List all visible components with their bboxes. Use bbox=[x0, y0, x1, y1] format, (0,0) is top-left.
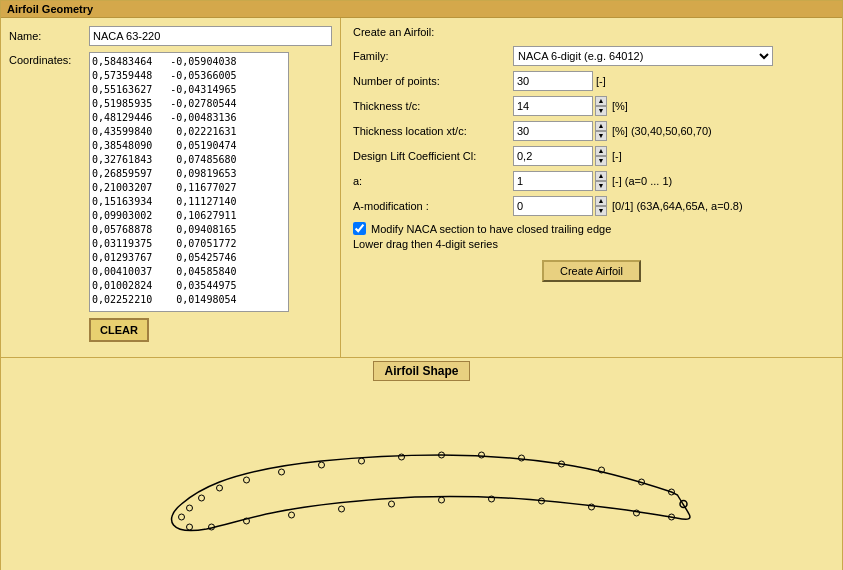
a-up-btn[interactable]: ▲ bbox=[595, 171, 607, 181]
num-points-unit: [-] bbox=[596, 75, 606, 87]
thickness-loc-up-btn[interactable]: ▲ bbox=[595, 121, 607, 131]
left-panel: Name: Coordinates: CLEAR bbox=[1, 18, 341, 357]
thickness-loc-spinner: ▲ ▼ bbox=[595, 121, 607, 141]
thickness-spinner: ▲ ▼ bbox=[595, 96, 607, 116]
thickness-row: Thickness t/c: ▲ ▼ [%] bbox=[353, 96, 830, 116]
airfoil-svg bbox=[7, 382, 836, 570]
name-row: Name: bbox=[9, 26, 332, 46]
airfoil-point bbox=[244, 477, 250, 483]
airfoil-point bbox=[589, 504, 595, 510]
a-row: a: ▲ ▼ [-] (a=0 ... 1) bbox=[353, 171, 830, 191]
thickness-loc-row: Thickness location xt/c: ▲ ▼ [%] (30,40,… bbox=[353, 121, 830, 141]
design-lift-input[interactable] bbox=[513, 146, 593, 166]
design-lift-up-btn[interactable]: ▲ bbox=[595, 146, 607, 156]
a-mod-spinner: ▲ ▼ bbox=[595, 196, 607, 216]
checkbox-row: Modify NACA section to have closed trail… bbox=[353, 222, 830, 235]
a-mod-input[interactable] bbox=[513, 196, 593, 216]
main-window: Airfoil Geometry Name: Coordinates: CLEA… bbox=[0, 0, 843, 570]
a-mod-unit: [0/1] (63A,64A,65A, a=0.8) bbox=[612, 200, 743, 212]
a-spinner: ▲ ▼ bbox=[595, 171, 607, 191]
airfoil-point bbox=[279, 469, 285, 475]
num-points-row: Number of points: [-] bbox=[353, 71, 830, 91]
airfoil-point bbox=[479, 452, 485, 458]
thickness-loc-unit: [%] (30,40,50,60,70) bbox=[612, 125, 712, 137]
coords-area: CLEAR bbox=[89, 52, 332, 342]
thickness-label: Thickness t/c: bbox=[353, 100, 513, 112]
airfoil-point bbox=[439, 497, 445, 503]
create-airfoil-button[interactable]: Create Airfoil bbox=[542, 260, 641, 282]
closed-trailing-checkbox[interactable] bbox=[353, 222, 366, 235]
family-row: Family: NACA 6-digit (e.g. 64012) NACA 4… bbox=[353, 46, 830, 66]
thickness-loc-label: Thickness location xt/c: bbox=[353, 125, 513, 137]
clear-button[interactable]: CLEAR bbox=[89, 318, 149, 342]
design-lift-row: Design Lift Coefficient Cl: ▲ ▼ [-] bbox=[353, 146, 830, 166]
airfoil-shape-label: Airfoil Shape bbox=[373, 361, 469, 381]
airfoil-point bbox=[289, 512, 295, 518]
family-label: Family: bbox=[353, 50, 513, 62]
design-lift-label: Design Lift Coefficient Cl: bbox=[353, 150, 513, 162]
info-text: Lower drag then 4-digit series bbox=[353, 238, 830, 250]
thickness-loc-down-btn[interactable]: ▼ bbox=[595, 131, 607, 141]
airfoil-point bbox=[399, 454, 405, 460]
window-title: Airfoil Geometry bbox=[7, 3, 93, 15]
create-btn-row: Create Airfoil bbox=[353, 260, 830, 282]
airfoil-point bbox=[187, 505, 193, 511]
airfoil-shape-label-container: Airfoil Shape bbox=[7, 364, 836, 378]
checkbox-label: Modify NACA section to have closed trail… bbox=[371, 223, 611, 235]
design-lift-unit: [-] bbox=[612, 150, 622, 162]
thickness-unit: [%] bbox=[612, 100, 628, 112]
airfoil-point bbox=[187, 524, 193, 530]
airfoil-point bbox=[359, 458, 365, 464]
a-mod-up-btn[interactable]: ▲ bbox=[595, 196, 607, 206]
coords-row: Coordinates: CLEAR bbox=[9, 52, 332, 342]
airfoil-point bbox=[319, 462, 325, 468]
airfoil-point bbox=[199, 495, 205, 501]
thickness-up-btn[interactable]: ▲ bbox=[595, 96, 607, 106]
coords-textarea[interactable] bbox=[89, 52, 289, 312]
a-input[interactable] bbox=[513, 171, 593, 191]
title-bar: Airfoil Geometry bbox=[1, 1, 842, 18]
num-points-input[interactable] bbox=[513, 71, 593, 91]
airfoil-point bbox=[179, 514, 185, 520]
a-mod-down-btn[interactable]: ▼ bbox=[595, 206, 607, 216]
design-lift-spinner: ▲ ▼ bbox=[595, 146, 607, 166]
a-mod-row: A-modification : ▲ ▼ [0/1] (63A,64A,65A,… bbox=[353, 196, 830, 216]
airfoil-point bbox=[519, 455, 525, 461]
airfoil-point bbox=[339, 506, 345, 512]
create-title: Create an Airfoil: bbox=[353, 26, 830, 38]
num-points-label: Number of points: bbox=[353, 75, 513, 87]
name-input[interactable] bbox=[89, 26, 332, 46]
right-panel: Create an Airfoil: Family: NACA 6-digit … bbox=[341, 18, 842, 357]
airfoil-point bbox=[217, 485, 223, 491]
thickness-loc-input[interactable] bbox=[513, 121, 593, 141]
thickness-down-btn[interactable]: ▼ bbox=[595, 106, 607, 116]
bottom-panel: Airfoil Shape bbox=[1, 358, 842, 570]
a-unit: [-] (a=0 ... 1) bbox=[612, 175, 672, 187]
content-area: Name: Coordinates: CLEAR Create an Airfo… bbox=[1, 18, 842, 358]
a-down-btn[interactable]: ▼ bbox=[595, 181, 607, 191]
airfoil-canvas bbox=[7, 382, 836, 570]
airfoil-point bbox=[389, 501, 395, 507]
design-lift-down-btn[interactable]: ▼ bbox=[595, 156, 607, 166]
family-select[interactable]: NACA 6-digit (e.g. 64012) NACA 4-digit N… bbox=[513, 46, 773, 66]
name-label: Name: bbox=[9, 30, 89, 42]
a-mod-label: A-modification : bbox=[353, 200, 513, 212]
coords-label: Coordinates: bbox=[9, 52, 89, 66]
thickness-input[interactable] bbox=[513, 96, 593, 116]
a-label: a: bbox=[353, 175, 513, 187]
